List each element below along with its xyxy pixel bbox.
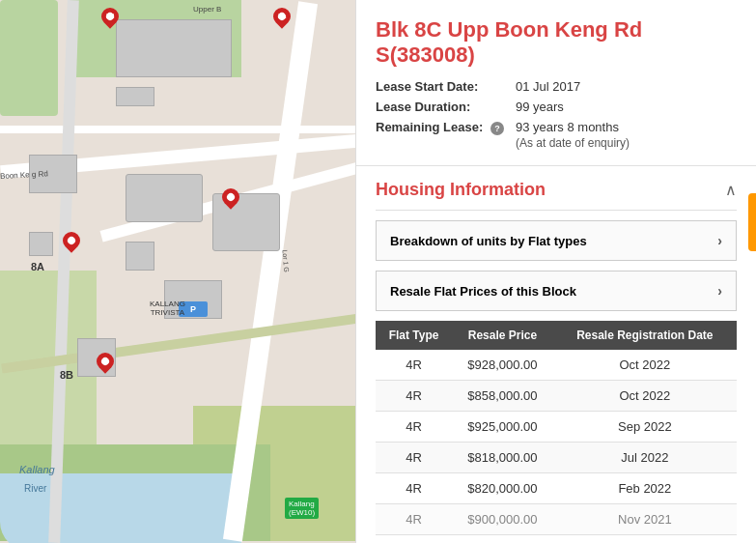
- table-row: 4R$820,000.00Feb 2022: [376, 473, 737, 504]
- road-label-upper: Upper B: [193, 5, 221, 14]
- arrow-icon: ›: [717, 283, 722, 299]
- map-background: P 12 11 Boon Ke g Rd Lor 1 G Upper B 8A …: [0, 0, 357, 543]
- resale-table: Flat Type Resale Price Resale Registrati…: [376, 321, 737, 535]
- resale-prices-row[interactable]: Resale Flat Prices of this Block ›: [376, 271, 737, 311]
- collapse-icon[interactable]: ∧: [725, 181, 737, 199]
- cell-registration-date: Sep 2022: [553, 412, 737, 443]
- arrow-icon: ›: [717, 233, 722, 248]
- remaining-lease-note: (As at date of enquiry): [516, 136, 630, 150]
- map-pin[interactable]: 11: [269, 4, 294, 28]
- map-pin[interactable]: 12: [98, 4, 122, 28]
- table-row: 4R$818,000.00Jul 2022: [376, 443, 737, 473]
- cell-flat-type: 4R: [376, 412, 452, 443]
- col-resale-price: Resale Price: [452, 321, 553, 350]
- cell-resale-price: $900,000.00: [452, 504, 553, 535]
- cell-flat-type: 4R: [376, 504, 452, 535]
- mrt-station: Kallang(EW10): [285, 498, 319, 519]
- panel-header: Blk 8C Upp Boon Keng Rd S(383008) Lease …: [356, 0, 756, 166]
- cell-resale-price: $820,000.00: [452, 473, 553, 504]
- remaining-lease-label: Remaining Lease: ?: [376, 120, 516, 150]
- road-label-lor: Lor 1 G: [282, 249, 291, 272]
- pin-label: 11: [273, 8, 291, 25]
- block-8a-label: 8A: [31, 261, 44, 272]
- panel-title: Blk 8C Upp Boon Keng Rd S(383008): [376, 17, 737, 68]
- col-flat-type: Flat Type: [376, 321, 452, 350]
- remaining-lease-row: Remaining Lease: ? 93 years 8 months (As…: [376, 120, 737, 150]
- lease-duration-label: Lease Duration:: [376, 100, 516, 114]
- remaining-lease-value: 93 years 8 months: [516, 120, 619, 134]
- table-row: 4R$900,000.00Nov 2021: [376, 504, 737, 535]
- table-row: 4R$928,000.00Oct 2022: [376, 350, 737, 381]
- building: [29, 232, 53, 256]
- cell-flat-type: 4R: [376, 473, 452, 504]
- cell-flat-type: 4R: [376, 350, 452, 381]
- block-8b-label: 8B: [60, 369, 73, 381]
- cell-registration-date: Oct 2022: [553, 350, 737, 381]
- table-row: 4R$858,000.00Oct 2022: [376, 381, 737, 412]
- cell-resale-price: $925,000.00: [452, 412, 553, 443]
- cell-registration-date: Jul 2022: [553, 443, 737, 473]
- resale-prices-label: Resale Flat Prices of this Block: [390, 284, 576, 299]
- kallang-label: Kallang: [19, 464, 55, 475]
- section-header: Housing Information ∧: [376, 166, 737, 211]
- building: [126, 174, 203, 222]
- building: [116, 87, 154, 106]
- lease-start-row: Lease Start Date: 01 Jul 2017: [376, 79, 737, 94]
- lease-start-value: 01 Jul 2017: [516, 79, 580, 94]
- cell-flat-type: 4R: [376, 443, 452, 473]
- lease-duration-row: Lease Duration: 99 years: [376, 100, 737, 114]
- cell-resale-price: $818,000.00: [452, 443, 553, 473]
- cell-flat-type: 4R: [376, 381, 452, 412]
- kallang-trivista-label: KALLANGTRIVISTA: [150, 300, 185, 317]
- kallang-river-label: River: [24, 483, 46, 494]
- housing-info-title: Housing Information: [376, 180, 546, 200]
- housing-section: Housing Information ∧ Breakdown of units…: [356, 166, 756, 535]
- green-area: [0, 0, 58, 116]
- lease-start-label: Lease Start Date:: [376, 79, 516, 94]
- cell-registration-date: Feb 2022: [553, 473, 737, 504]
- cell-registration-date: Oct 2022: [553, 381, 737, 412]
- breakdown-label: Breakdown of units by Flat types: [390, 234, 587, 248]
- pin-label: 12: [101, 8, 119, 25]
- lease-duration-value: 99 years: [516, 100, 564, 114]
- breakdown-row[interactable]: Breakdown of units by Flat types ›: [376, 220, 737, 261]
- sidebar-tab[interactable]: [748, 193, 756, 251]
- road: [0, 126, 357, 133]
- cell-registration-date: Nov 2021: [553, 504, 737, 535]
- table-row: 4R$925,000.00Sep 2022: [376, 412, 737, 443]
- cell-resale-price: $858,000.00: [452, 381, 553, 412]
- building: [126, 242, 154, 271]
- col-registration-date: Resale Registration Date: [553, 321, 737, 350]
- map-container: P 12 11 Boon Ke g Rd Lor 1 G Upper B 8A …: [0, 0, 357, 543]
- help-icon[interactable]: ?: [490, 122, 504, 135]
- building: [116, 19, 232, 77]
- cell-resale-price: $928,000.00: [452, 350, 553, 381]
- info-panel: Blk 8C Upp Boon Keng Rd S(383008) Lease …: [355, 0, 756, 543]
